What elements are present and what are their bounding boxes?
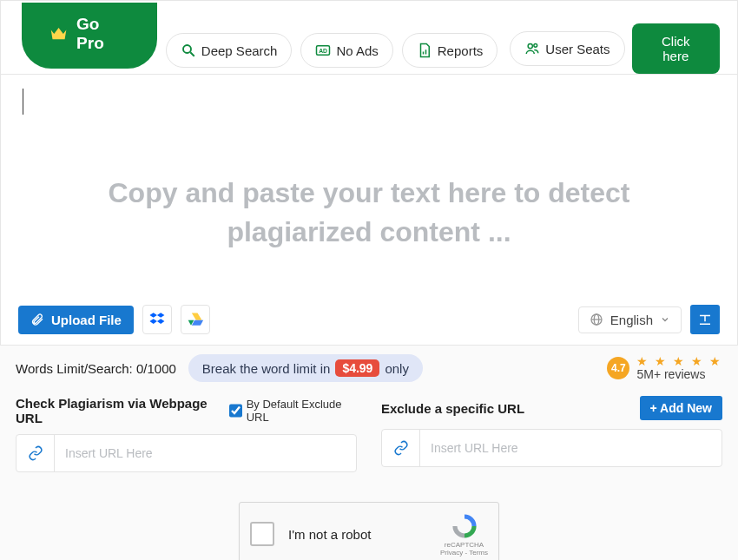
upload-file-button[interactable]: Upload File bbox=[18, 306, 134, 334]
dropbox-icon bbox=[148, 311, 166, 328]
rating-badge: 4.7 bbox=[607, 357, 629, 379]
recaptcha-checkbox[interactable] bbox=[250, 522, 274, 546]
language-selector[interactable]: English bbox=[578, 306, 682, 333]
recaptcha-box: I'm not a robot reCAPTCHA Privacy - Term… bbox=[239, 502, 499, 560]
user-seats-label: User Seats bbox=[545, 42, 610, 56]
break-suffix: only bbox=[385, 361, 409, 376]
language-label: English bbox=[610, 313, 653, 327]
globe-icon bbox=[590, 313, 603, 326]
link-icon bbox=[28, 445, 43, 461]
reports-label: Reports bbox=[438, 43, 484, 58]
paperclip-icon bbox=[30, 313, 44, 326]
link-icon-box-2 bbox=[382, 430, 420, 466]
chevron-down-icon bbox=[660, 314, 670, 325]
link-icon-box bbox=[16, 435, 55, 471]
exclude-url-title: Exclude a specific URL bbox=[381, 401, 524, 416]
user-seats-highlight: User Seats Click here bbox=[506, 20, 723, 77]
text-format-icon bbox=[697, 312, 713, 327]
recaptcha-icon bbox=[450, 511, 479, 541]
top-bar: Go Pro Deep Search AD No Ads Reports Use… bbox=[0, 0, 738, 75]
default-exclude-label[interactable]: By Default Exclude URL bbox=[229, 398, 357, 424]
price-tag: $4.99 bbox=[335, 359, 379, 377]
recaptcha-logo: reCAPTCHA Privacy - Terms bbox=[440, 511, 488, 557]
go-pro-tab[interactable]: Go Pro bbox=[22, 3, 157, 69]
svg-text:AD: AD bbox=[320, 48, 328, 54]
svg-rect-4 bbox=[423, 52, 425, 55]
reports-icon bbox=[417, 43, 432, 58]
users-icon bbox=[524, 41, 540, 56]
default-exclude-checkbox[interactable] bbox=[229, 404, 242, 418]
text-format-button[interactable] bbox=[690, 305, 720, 334]
recaptcha-brand: reCAPTCHA bbox=[440, 541, 488, 549]
google-drive-button[interactable] bbox=[181, 305, 210, 334]
google-drive-icon bbox=[187, 311, 204, 328]
rating-block: 4.7 ★ ★ ★ ★ ★ 5M+ reviews bbox=[607, 355, 722, 382]
upload-file-label: Upload File bbox=[51, 313, 122, 327]
recaptcha-terms: Privacy - Terms bbox=[440, 549, 488, 557]
stars-icon: ★ ★ ★ ★ ★ bbox=[636, 355, 722, 368]
text-cursor bbox=[23, 89, 23, 115]
exclude-url-column: Exclude a specific URL + Add New bbox=[381, 396, 722, 472]
url-section: Check Plagiarism via Webpage URL By Defa… bbox=[0, 387, 738, 481]
search-icon bbox=[181, 43, 196, 58]
default-exclude-text: By Default Exclude URL bbox=[247, 398, 357, 424]
exclude-url-input-wrap bbox=[381, 429, 722, 467]
editor-toolbar: Upload File English bbox=[18, 305, 720, 334]
crown-icon bbox=[49, 26, 68, 42]
editor-placeholder: Copy and paste your text here to detect … bbox=[1, 174, 737, 252]
user-seats-pill[interactable]: User Seats bbox=[510, 31, 624, 66]
status-row: Words Limit/Search: 0/1000 Break the wor… bbox=[0, 346, 738, 387]
go-pro-label: Go Pro bbox=[76, 15, 129, 53]
captcha-wrap: I'm not a robot reCAPTCHA Privacy - Term… bbox=[0, 481, 738, 560]
check-url-column: Check Plagiarism via Webpage URL By Defa… bbox=[16, 396, 357, 472]
deep-search-label: Deep Search bbox=[201, 43, 278, 58]
dropbox-button[interactable] bbox=[142, 305, 172, 334]
svg-point-0 bbox=[183, 45, 191, 53]
add-new-button[interactable]: + Add New bbox=[640, 396, 722, 420]
recaptcha-text: I'm not a robot bbox=[288, 527, 371, 542]
deep-search-pill[interactable]: Deep Search bbox=[166, 33, 293, 68]
words-limit-text: Words Limit/Search: 0/1000 bbox=[16, 361, 176, 376]
editor-area[interactable]: Copy and paste your text here to detect … bbox=[0, 75, 738, 346]
check-url-input-wrap bbox=[16, 434, 357, 472]
break-limit-pill[interactable]: Break the word limit in $4.99 only bbox=[188, 354, 423, 382]
no-ads-pill[interactable]: AD No Ads bbox=[300, 33, 392, 68]
reports-pill[interactable]: Reports bbox=[402, 33, 498, 68]
svg-line-1 bbox=[190, 52, 194, 56]
check-url-input[interactable] bbox=[55, 435, 356, 471]
reviews-count: 5M+ reviews bbox=[636, 368, 722, 381]
svg-point-7 bbox=[534, 43, 537, 47]
svg-rect-5 bbox=[425, 49, 427, 54]
link-icon bbox=[393, 440, 409, 456]
click-here-button[interactable]: Click here bbox=[632, 23, 720, 74]
svg-point-6 bbox=[528, 43, 532, 48]
check-url-title: Check Plagiarism via Webpage URL bbox=[16, 396, 219, 425]
exclude-url-input[interactable] bbox=[420, 430, 722, 466]
break-prefix: Break the word limit in bbox=[202, 361, 331, 376]
no-ads-label: No Ads bbox=[336, 43, 378, 58]
no-ads-icon: AD bbox=[315, 43, 331, 58]
